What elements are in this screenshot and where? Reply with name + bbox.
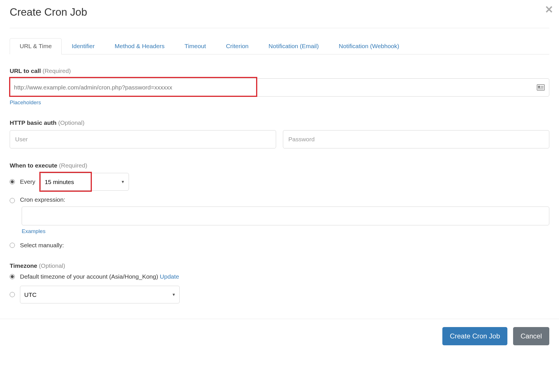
tz-custom-radio[interactable] (10, 292, 15, 297)
cron-examples-link[interactable]: Examples (22, 228, 45, 234)
tab-url-time[interactable]: URL & Time (10, 38, 62, 54)
tab-identifier[interactable]: Identifier (62, 38, 105, 54)
tab-notification-email[interactable]: Notification (Email) (259, 38, 329, 54)
tz-select[interactable]: UTC (20, 286, 180, 303)
when-manual-label: Select manually: (20, 242, 64, 249)
tz-default-label: Default timezone of your account (Asia/H… (20, 273, 179, 280)
when-manual-radio[interactable] (10, 243, 15, 248)
tz-default-row: Default timezone of your account (Asia/H… (10, 273, 549, 280)
modal-header: Create Cron Job ✕ (10, 0, 549, 28)
when-cron-radio[interactable] (10, 198, 15, 203)
cancel-button[interactable]: Cancel (513, 327, 549, 345)
url-group: URL to call (Required) Placeholders (10, 68, 549, 106)
tab-panel-url-time: URL to call (Required) Placeholders HTTP… (10, 54, 549, 303)
when-cron-row: Cron expression: (10, 196, 549, 203)
create-cron-job-button[interactable]: Create Cron Job (442, 327, 507, 345)
svg-rect-4 (538, 89, 544, 89)
placeholders-link[interactable]: Placeholders (10, 99, 41, 106)
close-icon[interactable]: ✕ (545, 5, 553, 15)
auth-password-input[interactable] (283, 130, 549, 148)
modal: Create Cron Job ✕ URL & Time Identifier … (0, 0, 559, 319)
when-every-select[interactable]: 15 minutes (40, 173, 129, 191)
cron-expression-input[interactable] (22, 207, 549, 225)
tab-notification-webhook[interactable]: Notification (Webhook) (329, 38, 409, 54)
tz-default-radio[interactable] (10, 274, 15, 279)
when-every-label: Every (20, 178, 35, 185)
url-input[interactable] (10, 79, 532, 96)
vcard-icon[interactable] (532, 84, 549, 91)
auth-label: HTTP basic auth (Optional) (10, 119, 549, 126)
tab-bar: URL & Time Identifier Method & Headers T… (10, 38, 549, 54)
when-every-radio[interactable] (10, 179, 15, 184)
auth-group: HTTP basic auth (Optional) (10, 119, 549, 148)
svg-rect-2 (541, 86, 544, 87)
when-label: When to execute (Required) (10, 162, 549, 169)
when-cron-label: Cron expression: (20, 196, 65, 203)
when-manual-row: Select manually: (10, 242, 549, 249)
url-label: URL to call (Required) (10, 68, 549, 74)
tab-method-headers[interactable]: Method & Headers (105, 38, 175, 54)
when-group: When to execute (Required) Every 15 minu… (10, 162, 549, 249)
tz-custom-row: UTC (10, 286, 549, 303)
modal-footer: Create Cron Job Cancel (0, 319, 559, 354)
when-every-row: Every 15 minutes (10, 173, 549, 191)
url-input-row (10, 78, 549, 97)
svg-rect-1 (538, 86, 540, 88)
auth-user-input[interactable] (10, 130, 276, 148)
tab-criterion[interactable]: Criterion (216, 38, 258, 54)
tz-update-link[interactable]: Update (160, 273, 179, 280)
modal-title: Create Cron Job (10, 6, 87, 18)
tz-label: Timezone (Optional) (10, 262, 549, 269)
svg-rect-3 (541, 87, 544, 88)
tz-group: Timezone (Optional) Default timezone of … (10, 262, 549, 303)
tab-timeout[interactable]: Timeout (175, 38, 216, 54)
